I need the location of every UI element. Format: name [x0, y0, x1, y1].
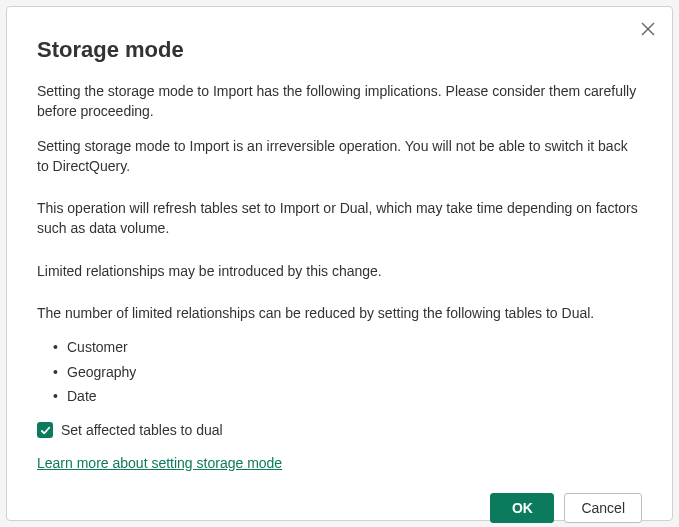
set-affected-tables-checkbox-row: Set affected tables to dual [37, 420, 642, 440]
cancel-button[interactable]: Cancel [564, 493, 642, 523]
dialog-body: Setting the storage mode to Import has t… [37, 81, 642, 473]
refresh-paragraph: This operation will refresh tables set t… [37, 198, 642, 239]
intro-paragraph: Setting the storage mode to Import has t… [37, 81, 642, 122]
list-item: Date [53, 386, 642, 406]
list-item: Customer [53, 337, 642, 357]
set-affected-tables-checkbox[interactable] [37, 422, 53, 438]
dialog-footer: OK Cancel [37, 493, 642, 523]
dialog-title: Storage mode [37, 37, 642, 63]
storage-mode-dialog: Storage mode Setting the storage mode to… [6, 6, 673, 521]
reduce-relationships-paragraph: The number of limited relationships can … [37, 303, 642, 323]
irreversible-paragraph: Setting storage mode to Import is an irr… [37, 136, 642, 177]
learn-more-link[interactable]: Learn more about setting storage mode [37, 453, 282, 473]
checkmark-icon [40, 425, 51, 436]
ok-button[interactable]: OK [490, 493, 554, 523]
relationships-paragraph: Limited relationships may be introduced … [37, 261, 642, 281]
close-icon [641, 22, 655, 36]
list-item: Geography [53, 362, 642, 382]
affected-tables-list: Customer Geography Date [53, 337, 642, 406]
checkbox-label: Set affected tables to dual [61, 420, 223, 440]
close-button[interactable] [638, 19, 658, 39]
